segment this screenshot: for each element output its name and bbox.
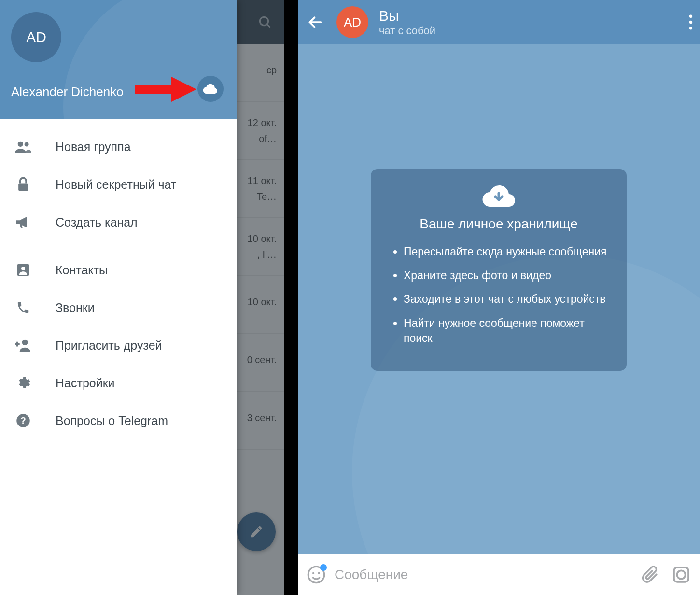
more-vertical-icon — [689, 14, 693, 30]
chat-subtitle: чат с собой — [379, 25, 435, 37]
drawer-menu: Новая группа Новый секретный чат Создать… — [0, 119, 237, 595]
menu-faq[interactable]: ? Вопросы о Telegram — [0, 402, 237, 439]
svg-point-8 — [21, 267, 25, 270]
phone-icon — [16, 300, 30, 315]
person-add-icon — [15, 339, 31, 352]
cloud-download-icon — [481, 184, 517, 209]
menu-item-label: Пригласить друзей — [56, 339, 162, 353]
avatar-initials: AD — [26, 29, 46, 45]
message-input[interactable]: Сообщение — [335, 567, 633, 582]
list-item: Найти нужное сообщение поможет поиск — [404, 316, 612, 346]
group-icon — [15, 141, 31, 153]
svg-point-14 — [689, 27, 692, 29]
gear-icon — [16, 376, 30, 390]
chat-title: Вы — [379, 8, 435, 24]
saved-messages-cloud-button[interactable] — [197, 76, 224, 102]
cloud-icon — [203, 84, 218, 94]
menu-new-secret-chat[interactable]: Новый секретный чат — [0, 166, 237, 203]
svg-point-16 — [312, 572, 314, 574]
menu-item-label: Звонки — [56, 301, 95, 315]
menu-invite[interactable]: Пригласить друзей — [0, 326, 237, 364]
storage-title: Ваше личное хранилище — [385, 216, 612, 232]
svg-point-13 — [689, 21, 692, 24]
avatar[interactable]: AD — [11, 12, 61, 62]
contact-icon — [16, 263, 30, 277]
svg-point-19 — [677, 570, 685, 579]
arrow-right-icon — [135, 75, 197, 104]
chat-body: Ваше личное хранилище Пересылайте сюда н… — [298, 44, 700, 554]
notification-dot — [320, 564, 327, 571]
list-item: Заходите в этот чат с любых устройств — [404, 292, 612, 307]
menu-contacts[interactable]: Контакты — [0, 251, 237, 289]
svg-rect-2 — [135, 85, 172, 94]
menu-item-label: Вопросы о Telegram — [56, 414, 168, 428]
arrow-left-icon — [307, 14, 323, 30]
lock-icon — [17, 177, 29, 192]
svg-text:?: ? — [20, 415, 26, 425]
annotation-arrow — [135, 75, 197, 104]
attach-button[interactable] — [642, 565, 660, 585]
menu-calls[interactable]: Звонки — [0, 289, 237, 326]
menu-item-label: Создать канал — [56, 215, 138, 229]
chat-title-block[interactable]: Вы чат с собой — [379, 8, 435, 37]
menu-divider — [0, 246, 237, 246]
svg-point-17 — [318, 572, 320, 574]
saved-messages-chat: AD Вы чат с собой Ваше личное хранилище … — [297, 0, 700, 595]
menu-item-label: Контакты — [56, 263, 108, 277]
svg-point-5 — [25, 142, 29, 147]
storage-info-card: Ваше личное хранилище Пересылайте сюда н… — [371, 169, 627, 370]
list-item: Пересылайте сюда нужные сообщения — [404, 244, 612, 259]
chat-header: AD Вы чат с собой — [298, 0, 700, 44]
emoji-button[interactable] — [307, 565, 326, 584]
menu-item-label: Новый секретный чат — [56, 178, 176, 192]
chat-avatar[interactable]: AD — [336, 6, 368, 38]
panel-divider — [285, 0, 297, 595]
svg-point-9 — [22, 340, 28, 345]
megaphone-icon — [15, 215, 31, 229]
drawer-panel: ср 12 окт.of… 11 окт.Te… 10 окт., I'… 10… — [0, 0, 285, 595]
svg-rect-6 — [18, 184, 28, 191]
list-item: Храните здесь фото и видео — [404, 268, 612, 283]
camera-icon — [672, 565, 691, 584]
chat-menu-button[interactable] — [689, 14, 693, 30]
avatar-initials: AD — [344, 15, 361, 30]
storage-tips-list: Пересылайте сюда нужные сообщения Хранит… — [385, 244, 612, 345]
menu-new-channel[interactable]: Создать канал — [0, 203, 237, 241]
menu-item-label: Новая группа — [56, 140, 131, 154]
menu-new-group[interactable]: Новая группа — [0, 128, 237, 166]
message-composer: Сообщение — [298, 554, 700, 595]
svg-point-12 — [689, 14, 692, 17]
menu-settings[interactable]: Настройки — [0, 364, 237, 402]
mic-button[interactable] — [672, 565, 691, 584]
menu-item-label: Настройки — [56, 376, 115, 390]
svg-marker-3 — [171, 77, 196, 102]
drawer-header: AD Alexander Dichenko — [0, 0, 237, 119]
paperclip-icon — [642, 565, 660, 585]
back-button[interactable] — [305, 14, 326, 30]
help-icon: ? — [16, 413, 30, 428]
svg-point-4 — [18, 142, 23, 147]
dimmed-chat-list: ср 12 окт.of… 11 окт.Te… 10 окт., I'… 10… — [236, 0, 284, 595]
